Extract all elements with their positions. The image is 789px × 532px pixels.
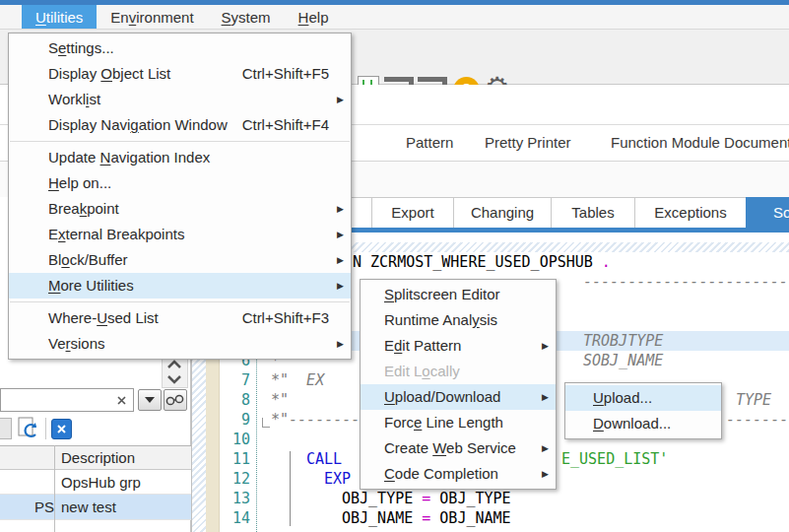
menu-item-label: Settings... [48, 39, 114, 56]
code-fragment: E_USED_LIST' [561, 449, 668, 469]
line-number: 13 [220, 489, 250, 508]
row-description: OpsHub grp [61, 470, 141, 495]
submenu-arrow-icon: ▶ [337, 222, 344, 247]
menu-item-shortcut: Ctrl+Shift+F3 [242, 305, 329, 331]
submenu-arrow-icon: ▶ [542, 461, 549, 487]
menu-item-label: Code Completion [384, 465, 498, 482]
tab-export[interactable]: Export [371, 197, 454, 228]
menu-item-where-used-list[interactable]: Where-Used ListCtrl+Shift+F3 [9, 305, 351, 331]
scroll-up-icon[interactable] [166, 359, 182, 370]
menu-item-create-web-service[interactable]: Create Web Service▶ [361, 435, 556, 461]
menu-item-edit-locally: Edit Locally [361, 359, 556, 384]
table-header: Description [0, 445, 191, 470]
code-fragment: OBJ_TYPE = OBJ_TYPE [342, 489, 511, 508]
menu-item-display-object-list[interactable]: Display Object ListCtrl+Shift+F5 [9, 61, 351, 87]
code-fragment: EXP [324, 469, 351, 489]
menubar-item-help[interactable]: Help [285, 5, 343, 29]
submenu-arrow-icon: ▶ [337, 196, 344, 222]
menu-item-display-navigation-window[interactable]: Display Navigation WindowCtrl+Shift+F4 [9, 112, 351, 138]
more-utilities-submenu: Splitscreen EditorRuntime AnalysisEdit P… [360, 279, 557, 490]
menu-item-versions[interactable]: Versions▶ [9, 331, 351, 357]
menu-item-external-breakpoints[interactable]: External Breakpoints▶ [9, 222, 351, 247]
submenu-arrow-icon: ▶ [542, 384, 549, 410]
menubar-item-system[interactable]: System [208, 5, 285, 29]
menu-item-label: Edit Pattern [384, 337, 461, 354]
close-icon [56, 424, 67, 434]
menu-item-runtime-analysis[interactable]: Runtime Analysis [361, 307, 556, 333]
menu-item-worklist[interactable]: Worklist▶ [9, 87, 351, 112]
scroll-down-icon[interactable] [166, 373, 182, 385]
line-number: 9 [220, 410, 250, 430]
menu-separator [10, 301, 350, 302]
clear-icon[interactable] [116, 395, 127, 406]
menu-item-label: Where-Used List [48, 309, 159, 326]
menu-item-label: Worklist [48, 91, 100, 107]
submenu-arrow-icon: ▶ [337, 247, 344, 273]
tab-tables[interactable]: Tables [551, 197, 635, 228]
menu-item-splitscreen-editor[interactable]: Splitscreen Editor [361, 282, 556, 307]
menu-item-settings[interactable]: Settings... [9, 35, 351, 61]
menu-item-shortcut: Ctrl+Shift+F4 [242, 112, 329, 138]
menu-item-label: External Breakpoints [48, 226, 184, 242]
row-description: new test [61, 495, 116, 519]
tab-source-code[interactable]: Source code [746, 197, 789, 228]
pattern-button[interactable]: Pattern [406, 125, 453, 161]
menu-item-force-line-length[interactable]: Force Line Length [361, 410, 556, 435]
menu-item-label: Edit Locally [384, 363, 460, 379]
tab-changing[interactable]: Changing [453, 197, 552, 228]
submenu-arrow-icon: ▶ [542, 435, 549, 461]
code-fragment: TROBJTYPE [583, 331, 663, 351]
menu-item-label: Display Object List [48, 65, 170, 82]
utilities-menu: Settings...Display Object ListCtrl+Shift… [8, 33, 352, 360]
menu-item-label: Versions [48, 335, 105, 352]
menu-item-label: Help on... [48, 174, 111, 191]
menu-item-help-on[interactable]: Help on... [9, 170, 351, 196]
menu-item-update-navigation-index[interactable]: Update Navigation Index [9, 145, 351, 170]
menubar-item-utilities[interactable]: Utilities [22, 5, 97, 29]
line-number: 14 [220, 508, 250, 528]
line-number: 10 [220, 430, 250, 449]
line-number: 12 [220, 469, 250, 489]
column-divider[interactable] [54, 445, 55, 532]
table-row[interactable]: OpsHub grp [0, 470, 191, 495]
pretty-printer-button[interactable]: Pretty Printer [485, 125, 571, 161]
close-list-button[interactable] [51, 419, 72, 439]
submenu-arrow-icon: ▶ [337, 273, 344, 299]
menu-item-download[interactable]: Download... [565, 411, 721, 436]
line-number: 11 [220, 449, 250, 469]
menubar-item-environment[interactable]: Environment [97, 5, 207, 29]
function-module-doc-button[interactable]: Function Module Documentation [611, 125, 789, 161]
menu-item-label: Block/Buffer [48, 251, 128, 268]
menu-item-label: Force Line Length [384, 414, 503, 431]
menu-item-upload[interactable]: Upload... [565, 385, 721, 411]
table-row[interactable]: PSHnew test [0, 495, 191, 520]
refresh-icon[interactable] [18, 417, 39, 441]
menu-bar: UtilitiesEnvironmentSystemHelp [0, 5, 789, 30]
description-column-header[interactable]: Description [61, 446, 135, 469]
fold-bracket-line [290, 451, 291, 526]
panel-scrollbar[interactable] [162, 356, 188, 388]
menu-item-upload-download[interactable]: Upload/Download▶ [361, 384, 556, 410]
menu-item-block-buffer[interactable]: Block/Buffer▶ [9, 247, 351, 273]
menu-item-label: Display Navigation Window [48, 116, 228, 133]
line-number: 8 [220, 390, 250, 410]
tab-exceptions[interactable]: Exceptions [634, 197, 747, 228]
search-input[interactable] [0, 388, 134, 412]
menu-item-more-utilities[interactable]: More Utilities▶ [9, 273, 351, 299]
menu-item-breakpoint[interactable]: Breakpoint▶ [9, 196, 351, 222]
menu-item-shortcut: Ctrl+Shift+F5 [242, 61, 329, 87]
row-key-cell [0, 470, 54, 494]
menu-item-label: Create Web Service [384, 439, 516, 456]
code-fragment: -------- [726, 410, 789, 430]
menu-item-label: Upload... [593, 389, 652, 406]
sap-gui-window: UtilitiesEnvironmentSystemHelp ★ ➔ ? ⚙ ⚙… [0, 0, 789, 532]
code-fragment: CALL [306, 449, 342, 469]
fold-end-marker[interactable] [262, 418, 270, 428]
menu-separator [10, 141, 350, 142]
menu-item-code-completion[interactable]: Code Completion▶ [361, 461, 556, 487]
menu-item-edit-pattern[interactable]: Edit Pattern▶ [361, 333, 556, 359]
display-glasses-button[interactable] [164, 389, 187, 411]
dropdown-button[interactable] [138, 389, 162, 411]
menu-item-label: Runtime Analysis [384, 311, 497, 328]
menu-item-label: Splitscreen Editor [384, 286, 500, 302]
